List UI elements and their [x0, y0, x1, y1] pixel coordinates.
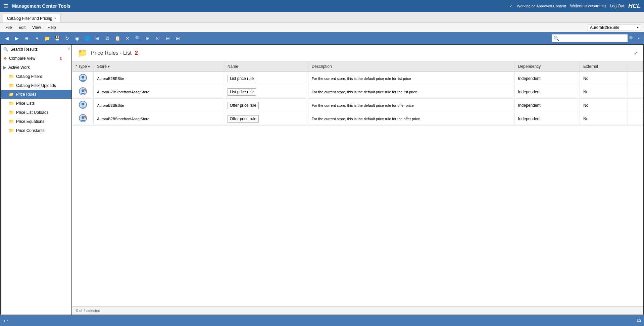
page-title: Price Rules - List [91, 50, 132, 56]
logout-link[interactable]: Log Out [610, 4, 624, 8]
toolbar-forward-btn[interactable]: ▶ [12, 34, 21, 43]
search-dropdown-btn[interactable]: ▾ [636, 34, 642, 42]
sidebar-number-1: 1 [59, 56, 62, 61]
dependency-cell: Independent [514, 72, 580, 85]
store-select[interactable]: AuroraB2BESite [588, 24, 641, 31]
menu-edit[interactable]: Edit [16, 25, 28, 31]
name-cell[interactable]: List price rule [224, 85, 308, 99]
toolbar-add-btn[interactable]: ⊕ [22, 34, 32, 43]
col-name: Name [224, 61, 308, 72]
extra-cell [628, 85, 643, 99]
store-cell: AuroraB2BESite [94, 72, 224, 85]
sidebar-close-btn[interactable]: × [68, 46, 70, 51]
menu-file[interactable]: File [3, 25, 14, 31]
name-cell[interactable]: Offer price rule [224, 112, 308, 126]
external-cell: No [580, 72, 628, 85]
col-extra [628, 61, 643, 72]
welcome-text: Welcome wcsadmin [570, 4, 606, 8]
sidebar-item-price-constants[interactable]: 📁 Price Constants [1, 126, 71, 135]
toolbar-layout1-btn[interactable]: ⊞ [143, 34, 152, 43]
description-cell: For the current store, this is the defau… [308, 85, 514, 99]
sidebar-label-price-equations: Price Equations [16, 119, 44, 124]
type-icon-cell [72, 112, 94, 126]
status-back-btn[interactable]: ↩ [3, 318, 8, 324]
toolbar-grid-btn[interactable]: ⊞ [93, 34, 102, 43]
extra-cell [628, 72, 643, 85]
table-row[interactable]: AuroraB2BStorefrontAssetStore List price… [72, 85, 643, 99]
sidebar-item-price-equations[interactable]: 📁 Price Equations [1, 117, 71, 126]
toolbar-globe-btn[interactable]: 🌐 [83, 34, 92, 43]
sidebar-item-search-results[interactable]: 🔍 Search Results [1, 45, 71, 54]
name-cell[interactable]: List price rule [224, 72, 308, 85]
table-row[interactable]: AuroraB2BESite List price rule For the c… [72, 72, 643, 85]
sidebar-item-catalog-filters[interactable]: 📁 Catalog Filters [1, 72, 71, 81]
menu-bar: File Edit View Help AuroraB2BESite [0, 23, 644, 32]
toolbar-delete-btn[interactable]: ✕ [123, 34, 132, 43]
status-window-btn[interactable]: ⧉ [637, 318, 641, 324]
arrow-right-icon: ▶ [3, 65, 6, 70]
type-icon-cell [72, 99, 94, 112]
search-input[interactable] [560, 36, 628, 41]
content-footer: 0 of 4 selected [72, 306, 643, 315]
content-header: 📁 Price Rules - List 2 ⤢ [72, 45, 643, 61]
toolbar-folder-btn[interactable]: 📁 [42, 34, 52, 43]
sidebar-item-compare-view[interactable]: ❖ Compare View 1 [1, 54, 71, 63]
sidebar-item-catalog-filter-uploads[interactable]: 📁 Catalog Filter Uploads [1, 81, 71, 90]
tab-bar: Catalog Filter and Pricing × [0, 12, 644, 23]
hamburger-menu[interactable]: ☰ [3, 3, 8, 9]
svg-point-9 [84, 115, 86, 118]
extra-cell [628, 112, 643, 126]
search-icon: 🔍 [3, 47, 8, 52]
toolbar-add-dropdown-btn[interactable]: ▾ [32, 34, 42, 43]
toolbar-layout4-btn[interactable]: ⊞ [173, 34, 183, 43]
toolbar-record-btn[interactable]: ◉ [72, 34, 82, 43]
sidebar-label-catalog-uploads: Catalog Filter Uploads [16, 83, 56, 88]
sidebar-item-price-rules[interactable]: 📁 Price Rules [1, 90, 71, 99]
name-cell[interactable]: Offer price rule [224, 99, 308, 112]
hcl-logo: HCL [628, 3, 641, 10]
folder-icon-price-rules: 📁 [9, 92, 14, 97]
tab-close-icon[interactable]: × [54, 16, 56, 20]
toolbar-find-btn[interactable]: 🔍 [133, 34, 142, 43]
svg-point-3 [82, 89, 84, 92]
toolbar-right: 🔍 🔍 ▾ [552, 34, 642, 42]
toolbar-save-btn[interactable]: 💾 [52, 34, 62, 43]
folder-icon-catalog-uploads: 📁 [9, 83, 14, 88]
sidebar-item-active-work[interactable]: ▶ Active Work [1, 63, 71, 72]
store-cell: AuroraB2BESite [94, 99, 224, 112]
app-title: Management Center Tools [12, 3, 70, 9]
toolbar-layout3-btn[interactable]: ⊟ [163, 34, 172, 43]
type-icon-cell [72, 85, 94, 99]
expand-icon[interactable]: ⤢ [634, 50, 638, 56]
svg-point-8 [82, 116, 84, 119]
sidebar-label-price-lists: Price Lists [16, 101, 35, 106]
svg-point-6 [82, 103, 84, 105]
toolbar-back-btn[interactable]: ◀ [2, 34, 11, 43]
sidebar-item-price-list-uploads[interactable]: 📁 Price List Uploads [1, 108, 71, 117]
table-header-row: * Type ▾ Store ▾ Name Description Depend… [72, 61, 643, 72]
col-type[interactable]: * Type ▾ [72, 61, 94, 72]
folder-icon-price-list-uploads: 📁 [9, 110, 14, 115]
toolbar-copy-btn[interactable]: 📋 [113, 34, 122, 43]
table-row[interactable]: AuroraB2BStorefrontAssetStore Offer pric… [72, 112, 643, 126]
sidebar-label-active: Active Work [8, 65, 30, 70]
search-submit-btn[interactable]: 🔍 [628, 34, 636, 42]
dependency-cell: Independent [514, 112, 580, 126]
menu-view[interactable]: View [30, 25, 44, 31]
col-dependency: Dependency [514, 61, 580, 72]
toolbar-monitor-btn[interactable]: 🖥 [103, 34, 112, 43]
content-folder-icon: 📁 [78, 48, 88, 58]
menu-items: File Edit View Help [3, 25, 59, 31]
folder-icon-price-lists: 📁 [9, 101, 14, 106]
table-row[interactable]: AuroraB2BESite Offer price rule For the … [72, 99, 643, 112]
tab-catalog-filter-pricing[interactable]: Catalog Filter and Pricing × [3, 14, 61, 22]
svg-point-4 [84, 89, 86, 91]
menu-help[interactable]: Help [45, 25, 59, 31]
col-store[interactable]: Store ▾ [94, 61, 224, 72]
dependency-cell: Independent [514, 85, 580, 99]
sidebar-item-price-lists[interactable]: 📁 Price Lists [1, 99, 71, 108]
external-cell: No [580, 99, 628, 112]
sidebar: × 🔍 Search Results ❖ Compare View 1 ▶ Ac… [0, 44, 72, 315]
toolbar-refresh-btn[interactable]: ↻ [62, 34, 72, 43]
toolbar-layout2-btn[interactable]: ⊡ [153, 34, 162, 43]
